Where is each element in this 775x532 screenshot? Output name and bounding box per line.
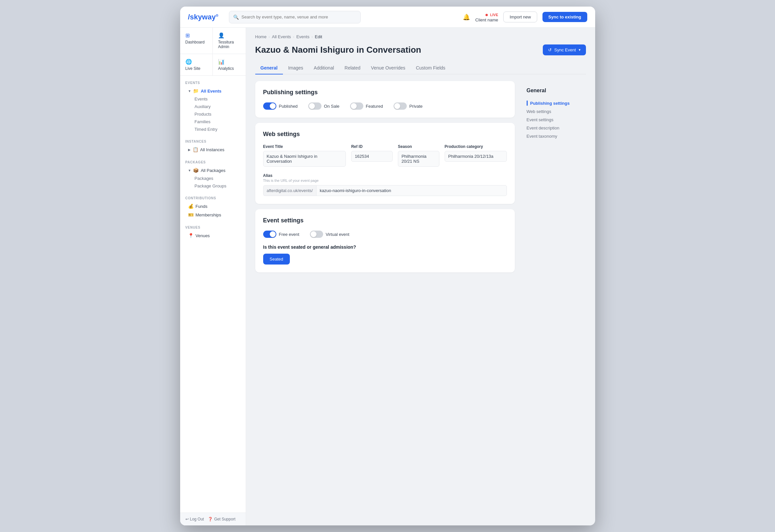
- logout-link[interactable]: ↩ Log Out: [185, 517, 204, 521]
- toggle-knob-published: [270, 103, 276, 109]
- event-title-value[interactable]: Kazuo & Naomi Ishiguro in Conversation: [263, 151, 346, 167]
- packages-section: PACKAGES ▼ 📦 All Packages Packages Packa…: [180, 155, 246, 191]
- sidebar-item-funds[interactable]: 💰 Funds: [185, 202, 240, 210]
- toggle-item-private: Private: [394, 102, 423, 110]
- packages-icon: 📦: [193, 168, 199, 173]
- events-folder-icon: 📁: [193, 88, 199, 93]
- alias-slug[interactable]: kazuo-naomi-ishiguro-in-conversation: [316, 185, 507, 196]
- tabs: General Images Additional Related Venue …: [255, 62, 586, 74]
- instances-section-label: INSTANCES: [185, 140, 240, 143]
- venues-section-label: VENUES: [185, 226, 240, 229]
- right-nav-item-event-description[interactable]: Event description: [527, 124, 586, 132]
- toggle-on-sale-label: On Sale: [324, 104, 339, 109]
- toggle-on-sale[interactable]: [308, 102, 321, 110]
- toggle-free-event-label: Free event: [279, 232, 299, 237]
- support-label: Get Support: [214, 517, 235, 521]
- toggle-knob-on-sale: [309, 103, 315, 109]
- publishing-settings-card: Publishing settings Published: [255, 81, 515, 118]
- right-nav-web-label: Web settings: [527, 109, 551, 114]
- season-field: Season Philharmonia 20/21 NS: [398, 144, 440, 167]
- ref-id-value[interactable]: 162534: [351, 151, 393, 162]
- tab-general[interactable]: General: [255, 62, 283, 74]
- tab-custom-fields[interactable]: Custom Fields: [411, 62, 451, 74]
- sidebar-item-all-instances[interactable]: ▶ 📋 All Instances: [185, 145, 240, 154]
- sidebar-item-all-events[interactable]: ▼ 📁 All Events: [185, 87, 240, 95]
- season-label: Season: [398, 144, 440, 149]
- nav-card-dashboard[interactable]: ⊞ Dashboard: [180, 28, 213, 54]
- event-settings-card: Event settings Free event: [255, 209, 515, 273]
- toggle-private-label: Private: [410, 104, 423, 109]
- sidebar-item-memberships[interactable]: 🎫 Memberships: [185, 210, 240, 219]
- right-nav-publishing-label: Publishing settings: [530, 101, 570, 106]
- production-category-field: Production category Philharmonia 20/12/1…: [445, 144, 507, 167]
- breadcrumb-current: Edit: [315, 34, 322, 39]
- web-settings-fields: Event Title Kazuo & Naomi Ishiguro in Co…: [263, 144, 507, 167]
- sidebar-item-venues[interactable]: 📍 Venues: [185, 231, 240, 240]
- topbar-right: 🔔 LIVE Client name Import new Sync to ex…: [463, 12, 587, 22]
- nav-card-analytics[interactable]: 📊 Analytics: [213, 54, 246, 75]
- right-nav-item-web[interactable]: Web settings: [527, 107, 586, 116]
- toggle-free-event[interactable]: [263, 230, 276, 238]
- contributions-section-label: CONTRIBUTIONS: [185, 196, 240, 200]
- client-info: LIVE Client name: [475, 12, 498, 22]
- tab-additional[interactable]: Additional: [308, 62, 339, 74]
- toggle-virtual-event-label: Virtual event: [326, 232, 349, 237]
- sidebar-item-auxiliary[interactable]: Auxiliary: [185, 103, 240, 110]
- toggle-published[interactable]: [263, 102, 276, 110]
- sync-icon: ↺: [548, 47, 552, 52]
- import-new-button[interactable]: Import new: [503, 12, 537, 22]
- breadcrumb-events[interactable]: Events: [296, 34, 309, 39]
- tab-related[interactable]: Related: [339, 62, 365, 74]
- sync-to-existing-button[interactable]: Sync to existing: [543, 12, 587, 22]
- sidebar-item-events[interactable]: Events: [185, 95, 240, 103]
- sidebar-item-timed-entry[interactable]: Timed Entry: [185, 125, 240, 133]
- right-nav-event-taxonomy-label: Event taxonomy: [527, 134, 557, 139]
- nav-card-live-site[interactable]: 🌐 Live Site: [180, 54, 213, 75]
- events-section: EVENTS ▼ 📁 All Events Events Auxiliary P…: [180, 76, 246, 134]
- venues-icon: 📍: [188, 233, 194, 238]
- sidebar-item-packages[interactable]: Packages: [185, 174, 240, 182]
- production-category-label: Production category: [445, 144, 507, 149]
- sync-event-label: Sync Event: [554, 47, 576, 52]
- toggle-private[interactable]: [394, 102, 407, 110]
- sync-event-button[interactable]: ↺ Sync Event ▾: [543, 44, 586, 55]
- support-link[interactable]: ❓ Get Support: [208, 517, 235, 521]
- search-icon: 🔍: [233, 14, 239, 20]
- right-nav-item-event-settings[interactable]: Event settings: [527, 116, 586, 124]
- nav-card-tessitura[interactable]: 👤 Tessitura Admin: [213, 28, 246, 54]
- toggle-item-free-event: Free event: [263, 230, 299, 238]
- nav-card-analytics-label: Analytics: [218, 66, 234, 71]
- bell-icon[interactable]: 🔔: [463, 13, 470, 21]
- live-badge: LIVE: [490, 13, 498, 17]
- tab-venue-overrides[interactable]: Venue Overrides: [365, 62, 411, 74]
- venues-section: VENUES 📍 Venues: [180, 220, 246, 241]
- toggle-knob-free-event: [270, 231, 276, 237]
- logo-text: /skyway: [188, 13, 216, 21]
- logo: /skyway®: [188, 13, 219, 21]
- right-nav-item-publishing[interactable]: Publishing settings: [527, 99, 586, 107]
- search-input[interactable]: [241, 14, 356, 19]
- all-instances-label: All Instances: [200, 147, 225, 152]
- toggle-featured[interactable]: [350, 102, 363, 110]
- contributions-section: CONTRIBUTIONS 💰 Funds 🎫 Memberships: [180, 191, 246, 220]
- alias-label: Alias: [263, 173, 507, 178]
- production-category-value[interactable]: Philharmonia 20/12/13a: [445, 151, 507, 162]
- toggle-virtual-event[interactable]: [310, 230, 323, 238]
- sidebar-item-families[interactable]: Families: [185, 118, 240, 125]
- breadcrumb-home[interactable]: Home: [255, 34, 267, 39]
- nav-card-live-site-label: Live Site: [185, 66, 200, 71]
- nav-card-tessitura-label: Tessitura Admin: [218, 40, 240, 49]
- search-bar[interactable]: 🔍: [229, 11, 361, 23]
- seated-button[interactable]: Seated: [263, 253, 290, 264]
- all-packages-label: All Packages: [200, 168, 225, 173]
- sidebar-item-all-packages[interactable]: ▼ 📦 All Packages: [185, 166, 240, 174]
- dropdown-arrow-icon: ▾: [579, 48, 581, 52]
- breadcrumb-all-events[interactable]: All Events: [272, 34, 291, 39]
- sidebar-item-products[interactable]: Products: [185, 110, 240, 118]
- toggle-knob-featured: [351, 103, 357, 109]
- right-nav-item-event-taxonomy[interactable]: Event taxonomy: [527, 132, 586, 140]
- arrow-icon: ▼: [188, 89, 191, 93]
- sidebar-item-package-groups[interactable]: Package Groups: [185, 182, 240, 190]
- season-value[interactable]: Philharmonia 20/21 NS: [398, 151, 440, 167]
- tab-images[interactable]: Images: [283, 62, 308, 74]
